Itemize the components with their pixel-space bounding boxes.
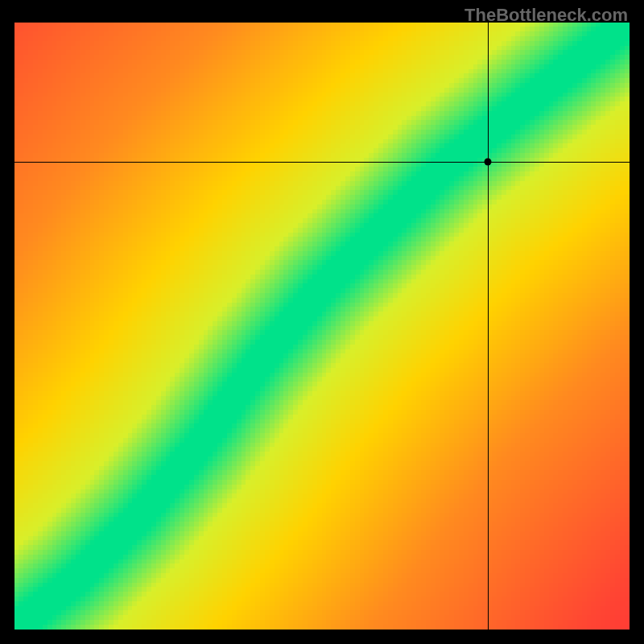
intersection-marker <box>485 159 492 166</box>
watermark-text: TheBottleneck.com <box>464 5 628 26</box>
heatmap-canvas <box>14 23 630 630</box>
crosshair-vertical <box>488 23 489 630</box>
crosshair-horizontal <box>14 162 630 163</box>
heatmap-plot <box>14 23 630 630</box>
chart-container: TheBottleneck.com <box>0 0 644 644</box>
